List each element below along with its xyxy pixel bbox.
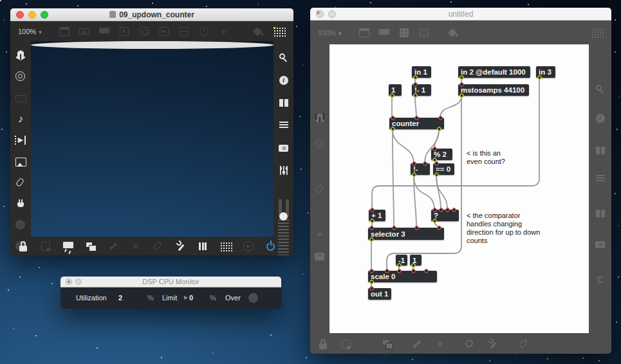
mstosamps[interactable]: mstosamps 44100 xyxy=(458,84,529,96)
close-button[interactable] xyxy=(16,11,24,19)
camera-icon[interactable] xyxy=(594,238,607,251)
columns2-icon[interactable] xyxy=(594,207,607,220)
search-icon[interactable] xyxy=(594,83,607,96)
lock-icon[interactable] xyxy=(17,240,30,253)
button-icon[interactable] xyxy=(138,25,151,38)
runplay-icon[interactable] xyxy=(242,240,255,253)
image-icon[interactable] xyxy=(14,155,27,168)
scale-0[interactable]: scale 0 xyxy=(368,271,437,282)
jpat-icon[interactable] xyxy=(398,26,411,39)
gain-slider[interactable] xyxy=(277,199,291,255)
eq-0[interactable]: == 0 xyxy=(433,163,454,175)
mod-2[interactable]: % 2 xyxy=(431,149,452,160)
pads-icon[interactable] xyxy=(219,240,232,253)
zoom-button[interactable] xyxy=(66,278,72,285)
vbadge-icon[interactable] xyxy=(14,219,27,232)
int-1b[interactable]: 1 xyxy=(410,255,422,266)
wrench-icon[interactable] xyxy=(174,240,187,253)
bucket-icon[interactable] xyxy=(447,26,459,39)
piano-icon[interactable] xyxy=(197,240,210,253)
cords-icon[interactable] xyxy=(411,338,423,350)
left-top-toolbar: 100% xyxy=(10,21,293,41)
search-icon[interactable] xyxy=(277,51,290,64)
selector-3[interactable]: selector 3 xyxy=(368,228,444,240)
film-icon[interactable] xyxy=(14,134,27,147)
columns-icon[interactable] xyxy=(594,144,607,157)
dial-icon[interactable] xyxy=(198,25,210,38)
close-button[interactable] xyxy=(316,10,320,15)
code-icon[interactable] xyxy=(418,26,431,39)
info-icon[interactable] xyxy=(594,112,607,125)
dsp-titlebar: DSP CPU Monitor xyxy=(60,277,281,287)
right-bottom-toolbar xyxy=(310,333,611,354)
cube-icon[interactable] xyxy=(14,49,27,62)
toggle-icon[interactable] xyxy=(118,25,131,38)
cords-icon[interactable] xyxy=(107,240,120,253)
layers-icon[interactable] xyxy=(84,240,97,253)
note-icon[interactable] xyxy=(14,113,27,125)
list-icon[interactable] xyxy=(277,119,290,132)
ternary[interactable]: ? xyxy=(431,210,459,221)
columns-icon[interactable] xyxy=(277,96,290,109)
grid-icon[interactable] xyxy=(129,240,142,253)
screen-icon[interactable] xyxy=(62,240,75,253)
circle-icon[interactable] xyxy=(463,338,476,350)
rminus-1[interactable]: !- 1 xyxy=(412,84,431,96)
grid-icon[interactable] xyxy=(434,338,447,350)
counter[interactable]: counter xyxy=(389,118,444,129)
info-icon[interactable] xyxy=(277,74,290,87)
rminus[interactable]: !- xyxy=(411,163,430,175)
minimize-button[interactable] xyxy=(75,278,82,285)
cube-icon[interactable] xyxy=(313,112,326,125)
slider-icon[interactable] xyxy=(78,25,91,38)
target-icon[interactable] xyxy=(14,70,27,83)
target-icon[interactable] xyxy=(313,138,326,150)
power-icon[interactable] xyxy=(264,240,277,253)
patcher-canvas[interactable]: in 1in 2 @default 1000in 31!- 1mstosamps… xyxy=(329,44,589,333)
dotgrid-icon[interactable] xyxy=(273,25,286,38)
select-icon[interactable] xyxy=(340,338,353,350)
plug-icon[interactable] xyxy=(14,197,27,210)
plus-icon[interactable] xyxy=(313,228,326,241)
keyboard-icon[interactable] xyxy=(14,91,27,104)
plus-1[interactable]: + 1 xyxy=(369,210,385,221)
list-icon[interactable] xyxy=(594,172,607,185)
limit-value[interactable]: 0 xyxy=(189,294,193,302)
clip-icon[interactable] xyxy=(313,183,326,196)
tilde-icon[interactable] xyxy=(313,250,326,263)
patcher-canvas[interactable]: count duration (milliseconds)count durat… xyxy=(31,41,273,49)
int-1[interactable]: 1 xyxy=(389,84,402,96)
panel-icon[interactable] xyxy=(358,26,371,39)
clipplus-icon[interactable] xyxy=(152,240,165,253)
gain-slider-knob[interactable] xyxy=(279,212,288,221)
in-2-label: in 2 @default 1000 xyxy=(461,68,526,76)
zoom-level-control[interactable]: 100% xyxy=(18,28,42,35)
in-3[interactable]: in 3 xyxy=(536,66,555,78)
comment-icon[interactable] xyxy=(378,26,391,39)
in-2[interactable]: in 2 @default 1000 xyxy=(458,66,530,78)
in-1[interactable]: in 1 xyxy=(412,66,431,78)
camera-icon[interactable] xyxy=(277,141,290,154)
clipplus-icon[interactable] xyxy=(517,338,530,350)
wrench2-icon[interactable] xyxy=(487,338,499,350)
zoom-button[interactable] xyxy=(41,11,48,19)
out-1[interactable]: out 1 xyxy=(368,288,391,300)
filters-icon[interactable] xyxy=(277,164,290,177)
clip-icon[interactable] xyxy=(14,176,27,189)
layers-icon[interactable] xyxy=(381,338,394,350)
playbar-icon[interactable] xyxy=(158,25,171,38)
cbadge-icon[interactable] xyxy=(594,273,607,286)
select-icon[interactable] xyxy=(39,240,52,253)
bucket-icon[interactable] xyxy=(252,25,264,38)
minimize-button[interactable] xyxy=(28,11,36,19)
int-neg-1[interactable]: -1 xyxy=(396,255,407,266)
inlet-dot xyxy=(370,208,375,212)
comment-icon[interactable] xyxy=(98,25,111,38)
panel-icon[interactable] xyxy=(58,25,71,38)
zoom-button[interactable] xyxy=(328,10,336,18)
minus-icon[interactable] xyxy=(178,25,190,38)
lock-icon[interactable] xyxy=(317,338,329,350)
plus-icon[interactable] xyxy=(218,25,230,38)
dotgrid-icon[interactable] xyxy=(591,26,604,39)
zoom-level-control[interactable]: 100% xyxy=(318,29,342,37)
